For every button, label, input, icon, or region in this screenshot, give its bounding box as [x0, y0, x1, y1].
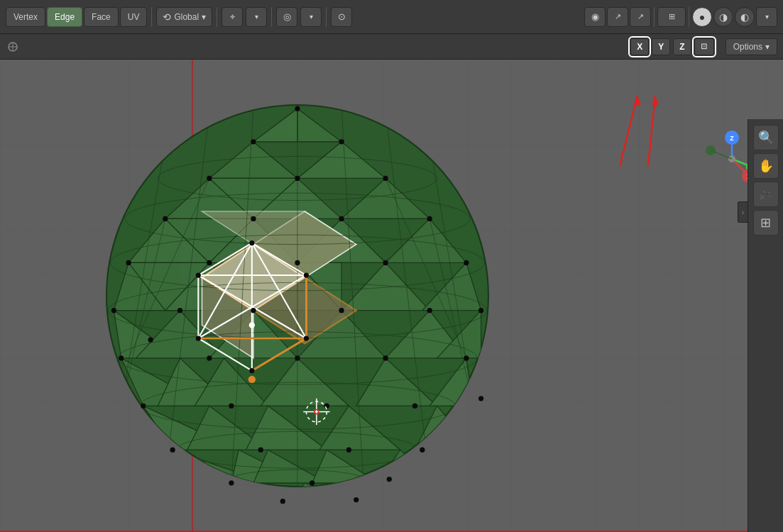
svg-point-106 [295, 260, 300, 265]
magnify-icon: 🔍 [758, 130, 774, 145]
rendered-shading-icon: ◐ [740, 11, 749, 23]
hand-icon: ✋ [758, 158, 774, 174]
svg-marker-55 [356, 483, 415, 505]
overlay-icon: ◉ [591, 11, 599, 22]
svg-point-133 [354, 497, 358, 502]
shading-solid-button[interactable]: ● [692, 7, 712, 27]
shading-chevron-icon: ▾ [765, 13, 769, 21]
sidebar-collapse-button[interactable]: › [738, 201, 748, 223]
svg-point-128 [420, 448, 425, 453]
axis-y-button[interactable]: Y [652, 38, 670, 55]
snap-options-icon: ▾ [255, 13, 258, 21]
material-shading-icon: ◑ [719, 11, 728, 23]
camera-tool-button[interactable]: 🎥 [753, 182, 779, 207]
svg-point-134 [148, 337, 153, 342]
viewport-overlay-button[interactable]: ◉ [584, 7, 606, 27]
quad-view-button[interactable]: ⊞ [753, 210, 779, 235]
transform-orientation-dropdown[interactable]: ⟲ Global ▾ [156, 7, 212, 27]
transform-icon: ⟲ [163, 11, 171, 23]
svg-point-140 [249, 368, 254, 373]
svg-point-117 [295, 355, 300, 360]
toolbar2-left [6, 40, 20, 54]
xray-icon: ↗ [615, 12, 621, 21]
transform-orientation-label: Global [174, 12, 199, 22]
camera-icon: 🎥 [760, 189, 772, 200]
svg-point-122 [324, 404, 329, 409]
mesh-object[interactable] [84, 83, 510, 509]
solid-shading-icon: ● [699, 11, 705, 23]
svg-point-111 [251, 308, 256, 313]
svg-point-126 [258, 448, 263, 453]
svg-point-99 [383, 176, 388, 181]
svg-point-97 [207, 176, 212, 181]
svg-point-118 [383, 355, 388, 360]
orange-vertex [248, 376, 256, 383]
collapse-icon: › [742, 209, 744, 216]
svg-point-115 [119, 355, 124, 360]
svg-point-125 [170, 448, 175, 453]
selected-vertex [249, 322, 255, 328]
shading-material-button[interactable]: ◑ [713, 7, 733, 27]
sphere-svg [84, 83, 510, 509]
proportional-falloff-button[interactable]: ▾ [300, 7, 322, 27]
quad-icon: ⊞ [760, 215, 771, 231]
svg-point-113 [427, 308, 432, 313]
svg-point-120 [141, 404, 146, 409]
options-label: Options [733, 42, 762, 52]
uv-mode-button[interactable]: UV [120, 7, 148, 27]
svg-point-95 [251, 139, 256, 144]
svg-point-123 [412, 404, 417, 409]
shading-rendered-button[interactable]: ◐ [735, 7, 755, 27]
main-toolbar: Vertex Edge Face UV ⟲ Global ▾ ⌖ ▾ ◎ ▾ ⊙… [0, 0, 783, 34]
uv-sync-button[interactable]: ⊙ [331, 7, 352, 27]
svg-point-103 [427, 216, 432, 221]
pan-tool-button[interactable]: ✋ [753, 153, 779, 179]
svg-point-129 [229, 480, 234, 485]
transform-lock-button[interactable]: ⊡ [694, 38, 714, 55]
xray-toggle-button[interactable]: ↗ [607, 7, 628, 27]
options-chevron-icon: ▾ [765, 42, 770, 52]
snap-toggle-button[interactable]: ⌖ [221, 7, 243, 27]
separator-1 [151, 7, 152, 27]
face-mode-button[interactable]: Face [84, 7, 119, 27]
proportional-edit-button[interactable]: ◎ [276, 7, 297, 27]
edge-mode-button[interactable]: Edge [47, 7, 82, 27]
3d-viewport[interactable]: Z Y X 🔍 ✋ [0, 60, 783, 532]
separator-6 [689, 7, 689, 27]
svg-text:Z: Z [730, 135, 734, 142]
xray-button[interactable]: ↗ [630, 7, 651, 27]
snap-options-button[interactable]: ▾ [246, 7, 267, 27]
svg-point-119 [464, 355, 469, 360]
zoom-tool-button[interactable]: 🔍 [753, 125, 779, 150]
svg-point-108 [464, 260, 469, 265]
axis-z-button[interactable]: Z [673, 38, 691, 55]
svg-point-98 [295, 176, 300, 181]
separator-5 [654, 7, 655, 27]
svg-point-102 [339, 216, 344, 221]
lock-icon: ⊡ [701, 42, 707, 51]
axis-x-button[interactable]: X [630, 38, 649, 55]
vertex-mode-button[interactable]: Vertex [6, 7, 45, 27]
chevron-down-icon: ▾ [202, 12, 206, 22]
svg-point-131 [387, 477, 392, 482]
svg-point-130 [310, 480, 314, 485]
svg-point-112 [339, 308, 344, 313]
svg-point-136 [304, 272, 309, 277]
svg-point-104 [126, 260, 131, 265]
svg-point-110 [177, 308, 182, 313]
viewport-controls-group: ◉ ↗ ↗ ⊞ ● ◑ ◐ ▾ [584, 7, 777, 27]
options-button[interactable]: Options ▾ [725, 38, 777, 55]
shading-dropdown[interactable]: ▾ [756, 7, 777, 27]
transform-axis-toolbar: X Y Z ⊡ Options ▾ [0, 34, 783, 60]
viewport-snap-button[interactable]: ⊞ [657, 7, 686, 27]
svg-point-132 [280, 499, 285, 504]
svg-point-124 [478, 396, 483, 401]
svg-point-156 [706, 145, 716, 155]
svg-point-101 [251, 216, 256, 221]
svg-point-121 [229, 404, 234, 409]
snap2-icon: ⊞ [669, 12, 675, 21]
svg-point-94 [295, 106, 300, 111]
separator-3 [271, 7, 272, 27]
svg-point-107 [383, 260, 388, 265]
separator-4 [326, 7, 327, 27]
